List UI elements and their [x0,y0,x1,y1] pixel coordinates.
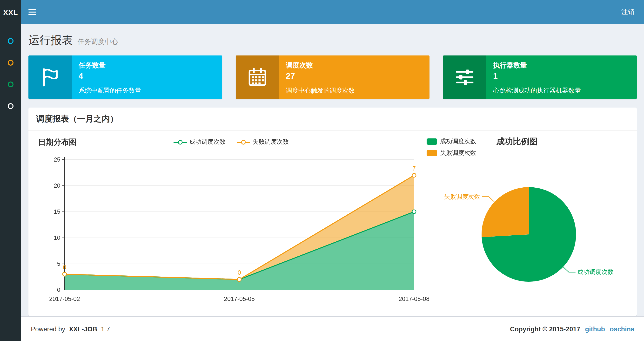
sidebar-item-4[interactable] [0,95,21,117]
info-box-triggers: 调度次数 27 调度中心触发的调度次数 [236,56,430,99]
pie-chart-legend: 成功调度次数 失败调度次数 [426,137,476,157]
oschina-link[interactable]: oschina [610,325,634,332]
svg-text:0: 0 [238,269,241,276]
line-legend-marker-icon [236,139,251,145]
pie-legend-fail[interactable]: 失败调度次数 [426,149,476,157]
page-title: 运行报表 [28,33,73,48]
legend-item-success[interactable]: 成功调度次数 [173,138,226,146]
sidebar [0,24,21,341]
circle-blue-icon [8,38,14,44]
menu-toggle-button[interactable] [21,0,44,24]
line-chart-legend: 成功调度次数 失败调度次数 [173,138,289,146]
calendar-icon [236,56,279,99]
navbar: 注销 [21,0,644,24]
svg-text:0: 0 [57,286,60,293]
circle-green-icon [8,81,14,87]
pie-chart-title: 成功比例图 [496,137,538,157]
svg-text:5: 5 [57,260,60,267]
page-subtitle: 任务调度中心 [78,38,118,46]
info-box-title: 任务数量 [78,61,216,70]
svg-text:10: 10 [54,234,60,241]
sidebar-item-2[interactable] [0,52,21,73]
sidebar-item-1[interactable] [0,30,21,52]
logout-link[interactable]: 注销 [612,0,644,24]
info-box-row: 任务数量 4 系统中配置的任务数量 [28,56,637,99]
footer-brand: XXL-JOB [69,325,97,332]
sliders-icon [443,56,486,99]
line-chart-svg: 05101520252017-05-022017-05-052017-05-08… [38,153,424,307]
info-box-value: 27 [286,71,423,81]
hamburger-icon [28,9,36,10]
legend-item-fail[interactable]: 失败调度次数 [236,138,289,146]
main-content: 运行报表 任务调度中心 任务数量 4 系统中配置的任务数量 [21,24,644,316]
info-box-jobs: 任务数量 4 系统中配置的任务数量 [28,56,222,99]
footer-powered-by: Powered by XXL-JOB 1.7 [31,325,112,332]
info-box-description: 系统中配置的任务数量 [78,86,216,95]
svg-text:25: 25 [54,156,60,163]
svg-text:15: 15 [54,208,60,215]
footer-copyright: Copyright © 2015-2017 [510,325,580,332]
success-ratio-chart: 成功调度次数 失败调度次数 成功比例图 成功调度次数失败调度次数 [424,137,629,307]
svg-text:20: 20 [54,182,60,189]
info-box-description: 心跳检测成功的执行器机器数量 [493,86,630,95]
svg-text:2017-05-02: 2017-05-02 [49,295,80,302]
sidebar-item-3[interactable] [0,73,21,95]
logo[interactable]: XXL [0,0,21,24]
svg-text:7: 7 [412,165,416,172]
pie-legend-success[interactable]: 成功调度次数 [426,137,476,146]
github-link[interactable]: github [585,325,605,332]
legend-swatch-icon [426,150,437,156]
header: XXL 注销 [0,0,644,24]
info-box-value: 1 [493,71,630,81]
footer: Powered by XXL-JOB 1.7 Copyright © 2015-… [21,316,644,341]
date-distribution-chart: 日期分布图 成功调度次数 [38,137,424,307]
info-box-value: 4 [78,71,216,81]
svg-text:0: 0 [63,264,66,271]
pie-chart-svg: 成功调度次数失败调度次数 [426,163,629,298]
circle-white-icon [8,103,14,109]
legend-swatch-icon [426,138,437,145]
footer-version: 1.7 [101,325,110,332]
app-root: XXL 注销 运行报表 任务调度中心 [0,0,644,341]
info-box-description: 调度中心触发的调度次数 [286,86,423,95]
page-head: 运行报表 任务调度中心 [28,33,637,48]
line-legend-marker-icon [173,139,188,145]
flag-icon [28,56,72,99]
line-chart-title: 日期分布图 [38,138,77,146]
svg-text:2017-05-05: 2017-05-05 [224,295,255,302]
info-box-title: 调度次数 [286,61,423,70]
circle-orange-icon [8,60,14,65]
info-box-title: 执行器数量 [493,61,630,70]
svg-text:成功调度次数: 成功调度次数 [578,268,614,275]
info-box-executors: 执行器数量 1 心跳检测成功的执行器机器数量 [443,56,637,99]
report-panel: 调度报表（一月之内） 日期分布图 成功调度次数 [28,108,637,316]
panel-title: 调度报表（一月之内） [28,108,637,131]
svg-text:失败调度次数: 失败调度次数 [444,193,480,200]
panel-body: 日期分布图 成功调度次数 [28,131,637,316]
